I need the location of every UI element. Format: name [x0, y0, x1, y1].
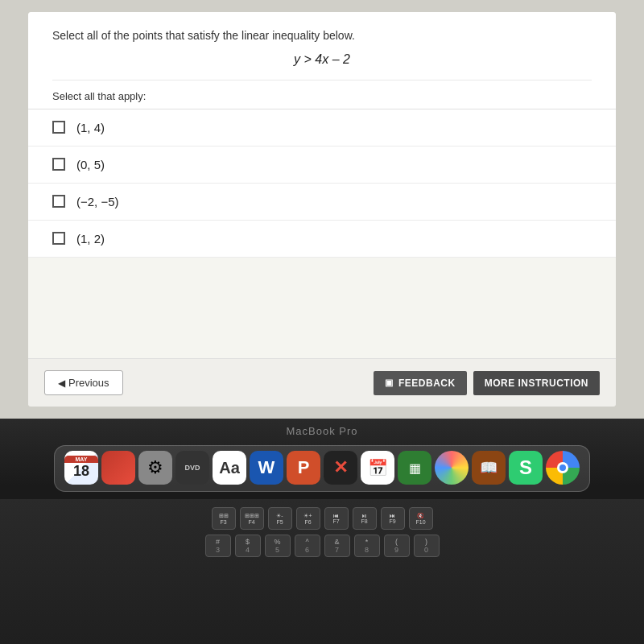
key-4[interactable]: $ 4 — [235, 535, 261, 557]
dock-x-icon[interactable]: ✕ — [324, 451, 357, 485]
dock-calendar-grid-icon[interactable]: 📅 — [361, 451, 394, 485]
checkbox-4[interactable] — [52, 232, 65, 245]
dock-word-icon[interactable]: W — [250, 451, 283, 485]
powerpoint-icon: P — [298, 457, 310, 478]
calendar-grid-icon: 📅 — [368, 458, 388, 477]
feedback-button[interactable]: ▣ FEEDBACK — [374, 371, 466, 395]
x-icon: ✕ — [333, 457, 348, 478]
dock-photos-color-icon[interactable] — [435, 451, 469, 485]
word-icon: W — [258, 457, 275, 478]
key-f5[interactable]: ☀-F5 — [268, 507, 292, 530]
key-f4[interactable]: ⊞⊞⊞F4 — [240, 507, 264, 530]
dock-powerpoint-icon[interactable]: P — [287, 451, 320, 485]
dock-dvd-icon[interactable]: DVD — [175, 451, 209, 485]
feedback-icon: ▣ — [385, 378, 394, 388]
key-6[interactable]: ^ 6 — [295, 535, 320, 557]
keyboard-fn-row: ⊞⊞F3 ⊞⊞⊞F4 ☀-F5 ☀+F6 ⏮F7 ⏯F8 ⏭F9 🔇F10 — [212, 507, 433, 530]
key-f6[interactable]: ☀+F6 — [296, 507, 320, 530]
laptop-screen: Select all of the points that satisfy th… — [0, 0, 644, 419]
books-icon: 📖 — [480, 459, 497, 477]
dock-s-icon[interactable]: S — [509, 451, 543, 485]
dock-spreadsheet-icon[interactable]: ▦ — [398, 451, 431, 485]
macbook-label: MacBook Pro — [0, 419, 644, 437]
checkbox-3[interactable] — [52, 195, 65, 208]
chrome-center — [557, 462, 568, 473]
option-label-2: (0, 5) — [76, 158, 105, 171]
dock-font-icon[interactable]: Aa — [213, 451, 246, 485]
key-9[interactable]: ( 9 — [384, 535, 410, 557]
key-f10[interactable]: 🔇F10 — [409, 507, 433, 530]
key-7[interactable]: & 7 — [324, 535, 350, 557]
dock-chrome-icon[interactable] — [546, 451, 580, 485]
key-f3[interactable]: ⊞⊞F3 — [212, 507, 236, 530]
spreadsheet-icon: ▦ — [409, 460, 421, 476]
dock-books-icon[interactable]: 📖 — [472, 451, 506, 485]
dock-calendar-day: 18 — [73, 463, 89, 480]
gear-icon: ⚙ — [147, 457, 163, 478]
previous-label: Previous — [68, 377, 109, 389]
more-instruction-label: MORE INSTRUCTION — [485, 378, 588, 389]
dock-wrapper: MAY 18 ⚙ DVD Aa W P — [0, 442, 644, 495]
dock-calendar-month: MAY — [64, 456, 98, 463]
select-all-label: Select all that apply: — [52, 80, 592, 109]
key-f8[interactable]: ⏯F8 — [353, 507, 377, 530]
question-instruction: Select all of the points that satisfy th… — [52, 28, 592, 44]
dock-settings-icon[interactable]: ⚙ — [138, 451, 172, 485]
dock-photos-red-icon[interactable] — [101, 451, 135, 485]
bottom-bar: ◀ Previous ▣ FEEDBACK MORE INSTRUCTION — [28, 358, 616, 407]
font-a-icon: Aa — [219, 459, 240, 477]
feedback-label: FEEDBACK — [398, 378, 456, 389]
key-f7[interactable]: ⏮F7 — [324, 507, 349, 530]
right-buttons-group: ▣ FEEDBACK MORE INSTRUCTION — [374, 371, 600, 395]
keyboard-area: ⊞⊞F3 ⊞⊞⊞F4 ☀-F5 ☀+F6 ⏮F7 ⏯F8 ⏭F9 🔇F10 # … — [0, 499, 644, 644]
option-row-3[interactable]: (−2, −5) — [28, 184, 616, 221]
key-3[interactable]: # 3 — [205, 535, 231, 557]
key-f9[interactable]: ⏭F9 — [381, 507, 405, 530]
dvd-label: DVD — [184, 464, 200, 472]
key-8[interactable]: * 8 — [354, 535, 380, 557]
option-row-2[interactable]: (0, 5) — [28, 147, 616, 184]
equation-display: y > 4x – 2 — [52, 52, 592, 67]
keyboard-number-row: # 3 $ 4 % 5 ^ 6 & 7 * 8 ( 9 ) 0 — [205, 535, 440, 557]
macos-dock: MAY 18 ⚙ DVD Aa W P — [54, 445, 590, 492]
screen-content: Select all of the points that satisfy th… — [28, 12, 616, 407]
option-label-1: (1, 4) — [76, 121, 105, 134]
option-row-1[interactable]: (1, 4) — [28, 109, 616, 147]
previous-button[interactable]: ◀ Previous — [44, 370, 123, 395]
key-0[interactable]: ) 0 — [414, 535, 440, 557]
option-label-3: (−2, −5) — [76, 195, 119, 208]
checkbox-1[interactable] — [52, 121, 65, 134]
s-app-icon: S — [519, 456, 532, 479]
option-row-4[interactable]: (1, 2) — [28, 221, 616, 258]
key-5[interactable]: % 5 — [265, 535, 291, 557]
more-instruction-button[interactable]: MORE INSTRUCTION — [473, 371, 600, 395]
checkbox-2[interactable] — [52, 158, 65, 171]
question-area: Select all of the points that satisfy th… — [28, 12, 616, 109]
dock-calendar-icon[interactable]: MAY 18 — [64, 451, 98, 485]
prev-arrow-icon: ◀ — [58, 378, 65, 389]
option-label-4: (1, 2) — [76, 232, 105, 246]
options-area: (1, 4) (0, 5) (−2, −5) (1, 2) — [28, 109, 616, 258]
